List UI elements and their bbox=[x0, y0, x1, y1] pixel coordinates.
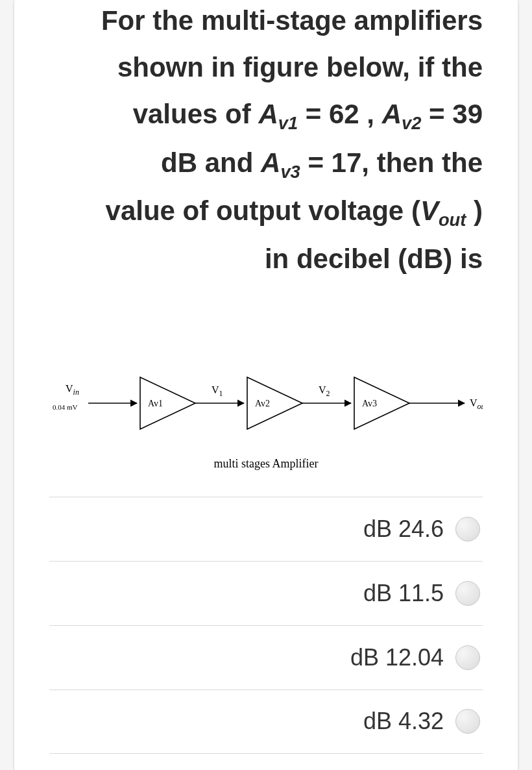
av3-eq: = 17, then the bbox=[300, 147, 483, 178]
radio-icon[interactable] bbox=[455, 645, 480, 670]
vout-sub: out bbox=[439, 210, 466, 230]
vin-sub-svg: in bbox=[73, 388, 79, 397]
option-4-label: dB 4.32 bbox=[363, 708, 444, 735]
svg-text:V1: V1 bbox=[212, 384, 223, 398]
av1-symbol: A bbox=[258, 99, 278, 129]
v2-sub-svg: 2 bbox=[326, 389, 330, 398]
answer-options: dB 24.6 dB 11.5 dB 12.04 dB 4.32 bbox=[49, 497, 483, 754]
option-2-label: dB 11.5 bbox=[363, 580, 444, 607]
amplifier-diagram-icon: Vin 0.04 mV Av1 V1 Av2 V2 Av3 Vout bbox=[49, 361, 483, 445]
option-4[interactable]: dB 4.32 bbox=[49, 689, 483, 754]
q-line3-prefix: values of bbox=[133, 99, 259, 129]
q-line1: For the multi-stage amplifiers bbox=[101, 5, 483, 36]
av1-eq: = 62 , bbox=[298, 99, 382, 129]
vin-source: 0.04 mV bbox=[53, 403, 78, 411]
a2-label: Av2 bbox=[255, 399, 270, 408]
av2-symbol: A bbox=[382, 99, 402, 129]
option-2[interactable]: dB 11.5 bbox=[49, 561, 483, 625]
v1-sub-svg: 1 bbox=[219, 389, 223, 398]
option-1-label: dB 24.6 bbox=[363, 515, 444, 543]
question-card: For the multi-stage amplifiers shown in … bbox=[14, 0, 518, 770]
q-line5-prefix: value of output voltage ( bbox=[106, 195, 420, 226]
radio-icon[interactable] bbox=[455, 517, 480, 541]
option-1[interactable]: dB 24.6 bbox=[49, 497, 483, 561]
vout-sub-svg: out bbox=[478, 402, 483, 411]
figure-caption: multi stages Amplifier bbox=[49, 457, 483, 471]
svg-text:Vin: Vin bbox=[66, 383, 79, 397]
q-line6: in decibel (dB) is bbox=[265, 243, 483, 274]
q-line4-prefix: dB and bbox=[161, 147, 261, 178]
a3-label: Av3 bbox=[362, 399, 377, 408]
svg-text:V2: V2 bbox=[319, 384, 330, 398]
av1-sub: v1 bbox=[278, 114, 298, 134]
av2-sub: v2 bbox=[402, 114, 421, 134]
figure: Vin 0.04 mV Av1 V1 Av2 V2 Av3 Vout multi… bbox=[49, 361, 483, 471]
option-3[interactable]: dB 12.04 bbox=[49, 625, 483, 689]
svg-text:Vout: Vout bbox=[470, 397, 483, 411]
radio-icon[interactable] bbox=[455, 581, 480, 606]
question-text: For the multi-stage amplifiers shown in … bbox=[49, 0, 483, 283]
option-3-label: dB 12.04 bbox=[350, 644, 444, 671]
av3-sub: v3 bbox=[280, 162, 300, 182]
question-text-block: For the multi-stage amplifiers shown in … bbox=[14, 0, 518, 303]
av3-symbol: A bbox=[261, 147, 280, 178]
vout-symbol: V bbox=[420, 195, 439, 226]
av2-eq: = 39 bbox=[421, 99, 483, 129]
radio-icon[interactable] bbox=[455, 709, 480, 734]
q-line2: shown in figure below, if the bbox=[117, 52, 483, 82]
a1-label: Av1 bbox=[148, 399, 163, 408]
q-line5-suffix: ) bbox=[466, 195, 483, 226]
